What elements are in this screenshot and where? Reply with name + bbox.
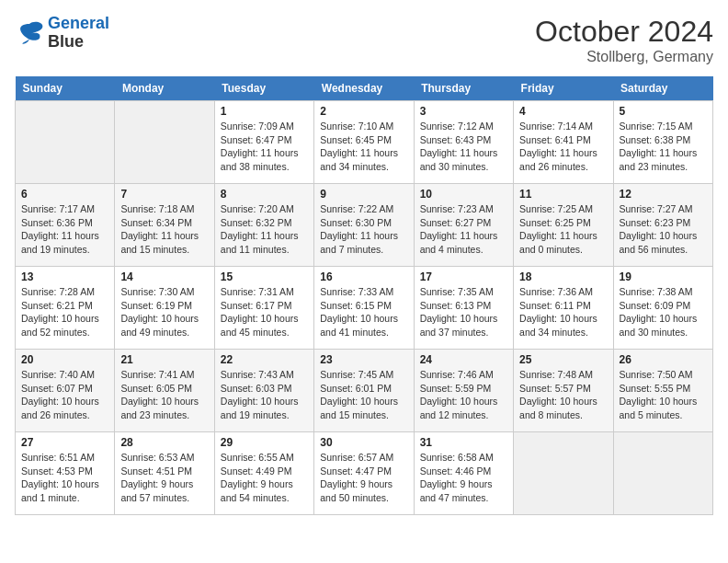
calendar-cell: 19Sunrise: 7:38 AM Sunset: 6:09 PM Dayli… [613,267,712,350]
calendar-cell: 27Sunrise: 6:51 AM Sunset: 4:53 PM Dayli… [16,432,115,515]
calendar-cell: 22Sunrise: 7:43 AM Sunset: 6:03 PM Dayli… [214,350,313,432]
calendar-cell: 11Sunrise: 7:25 AM Sunset: 6:25 PM Dayli… [514,184,613,267]
day-number: 29 [221,436,308,449]
day-number: 14 [120,270,208,283]
day-number: 25 [519,353,607,366]
day-info: Sunrise: 6:51 AM Sunset: 4:53 PM Dayligh… [21,451,108,505]
day-number: 8 [221,188,308,201]
day-info: Sunrise: 7:40 AM Sunset: 6:07 PM Dayligh… [21,368,108,422]
calendar-header-row: SundayMondayTuesdayWednesdayThursdayFrid… [16,76,713,101]
day-number: 12 [620,188,707,201]
calendar-cell: 16Sunrise: 7:33 AM Sunset: 6:15 PM Dayli… [314,267,414,350]
day-info: Sunrise: 7:27 AM Sunset: 6:23 PM Dayligh… [620,202,707,257]
calendar-cell: 14Sunrise: 7:30 AM Sunset: 6:19 PM Dayli… [115,267,214,350]
day-number: 5 [620,105,707,118]
day-info: Sunrise: 7:15 AM Sunset: 6:38 PM Dayligh… [620,120,707,174]
page-header: General Blue October 2024 Stollberg, Ger… [15,15,713,65]
calendar-cell [16,101,115,184]
day-info: Sunrise: 7:41 AM Sunset: 6:05 PM Dayligh… [120,368,208,422]
day-info: Sunrise: 7:43 AM Sunset: 6:03 PM Dayligh… [221,368,308,422]
day-number: 9 [320,188,407,201]
location: Stollberg, Germany [535,49,713,65]
day-info: Sunrise: 7:28 AM Sunset: 6:21 PM Dayligh… [21,285,108,339]
calendar-cell: 10Sunrise: 7:23 AM Sunset: 6:27 PM Dayli… [414,184,513,267]
day-info: Sunrise: 7:12 AM Sunset: 6:43 PM Dayligh… [420,120,507,174]
day-info: Sunrise: 7:14 AM Sunset: 6:41 PM Dayligh… [519,120,607,174]
calendar-cell: 6Sunrise: 7:17 AM Sunset: 6:36 PM Daylig… [16,184,115,267]
day-number: 20 [21,353,108,366]
calendar-cell: 30Sunrise: 6:57 AM Sunset: 4:47 PM Dayli… [314,432,414,515]
day-header-sunday: Sunday [16,76,115,101]
calendar-cell: 23Sunrise: 7:45 AM Sunset: 6:01 PM Dayli… [314,350,414,432]
calendar-week-row: 13Sunrise: 7:28 AM Sunset: 6:21 PM Dayli… [16,267,713,350]
calendar-week-row: 1Sunrise: 7:09 AM Sunset: 6:47 PM Daylig… [16,101,713,184]
calendar-cell: 21Sunrise: 7:41 AM Sunset: 6:05 PM Dayli… [115,350,214,432]
day-info: Sunrise: 7:33 AM Sunset: 6:15 PM Dayligh… [320,285,407,339]
day-info: Sunrise: 7:31 AM Sunset: 6:17 PM Dayligh… [221,285,308,339]
day-info: Sunrise: 7:45 AM Sunset: 6:01 PM Dayligh… [320,368,407,422]
day-number: 30 [320,436,407,449]
day-number: 19 [620,270,707,283]
calendar-cell: 28Sunrise: 6:53 AM Sunset: 4:51 PM Dayli… [115,432,214,515]
calendar-cell: 2Sunrise: 7:10 AM Sunset: 6:45 PM Daylig… [314,101,414,184]
calendar-cell: 25Sunrise: 7:48 AM Sunset: 5:57 PM Dayli… [514,350,613,432]
day-number: 3 [420,105,507,118]
calendar-cell: 4Sunrise: 7:14 AM Sunset: 6:41 PM Daylig… [514,101,613,184]
day-info: Sunrise: 7:38 AM Sunset: 6:09 PM Dayligh… [620,285,707,339]
day-header-friday: Friday [514,76,613,101]
logo: General Blue [15,15,109,52]
calendar-cell: 9Sunrise: 7:22 AM Sunset: 6:30 PM Daylig… [314,184,414,267]
day-info: Sunrise: 7:09 AM Sunset: 6:47 PM Dayligh… [221,120,308,174]
day-number: 27 [21,436,108,449]
day-info: Sunrise: 6:53 AM Sunset: 4:51 PM Dayligh… [120,451,208,505]
day-number: 21 [120,353,208,366]
day-info: Sunrise: 7:46 AM Sunset: 5:59 PM Dayligh… [420,368,507,422]
day-info: Sunrise: 7:25 AM Sunset: 6:25 PM Dayligh… [519,202,607,257]
calendar-week-row: 6Sunrise: 7:17 AM Sunset: 6:36 PM Daylig… [16,184,713,267]
calendar-cell: 8Sunrise: 7:20 AM Sunset: 6:32 PM Daylig… [214,184,313,267]
title-block: October 2024 Stollberg, Germany [535,15,713,65]
day-number: 4 [519,105,607,118]
calendar-cell: 24Sunrise: 7:46 AM Sunset: 5:59 PM Dayli… [414,350,513,432]
day-info: Sunrise: 7:35 AM Sunset: 6:13 PM Dayligh… [420,285,507,339]
logo-icon [15,20,44,46]
calendar-cell [613,432,712,515]
day-number: 15 [221,270,308,283]
calendar-cell: 31Sunrise: 6:58 AM Sunset: 4:46 PM Dayli… [414,432,513,515]
calendar-cell: 15Sunrise: 7:31 AM Sunset: 6:17 PM Dayli… [214,267,313,350]
day-header-tuesday: Tuesday [214,76,313,101]
day-number: 22 [221,353,308,366]
day-number: 11 [519,188,607,201]
day-number: 31 [420,436,507,449]
day-number: 7 [120,188,208,201]
calendar-week-row: 20Sunrise: 7:40 AM Sunset: 6:07 PM Dayli… [16,350,713,432]
day-info: Sunrise: 7:50 AM Sunset: 5:55 PM Dayligh… [620,368,707,422]
calendar-cell: 1Sunrise: 7:09 AM Sunset: 6:47 PM Daylig… [214,101,313,184]
calendar-cell [115,101,214,184]
day-number: 23 [320,353,407,366]
calendar-cell: 3Sunrise: 7:12 AM Sunset: 6:43 PM Daylig… [414,101,513,184]
calendar-table: SundayMondayTuesdayWednesdayThursdayFrid… [15,76,713,515]
day-info: Sunrise: 7:17 AM Sunset: 6:36 PM Dayligh… [21,202,108,257]
day-number: 28 [120,436,208,449]
day-info: Sunrise: 6:55 AM Sunset: 4:49 PM Dayligh… [221,451,308,505]
month-title: October 2024 [535,15,713,49]
day-number: 24 [420,353,507,366]
calendar-week-row: 27Sunrise: 6:51 AM Sunset: 4:53 PM Dayli… [16,432,713,515]
day-number: 13 [21,270,108,283]
calendar-cell [514,432,613,515]
day-number: 16 [320,270,407,283]
logo-text: General Blue [48,15,109,52]
day-number: 2 [320,105,407,118]
day-number: 1 [221,105,308,118]
day-header-monday: Monday [115,76,214,101]
day-info: Sunrise: 7:30 AM Sunset: 6:19 PM Dayligh… [120,285,208,339]
day-number: 17 [420,270,507,283]
day-info: Sunrise: 7:10 AM Sunset: 6:45 PM Dayligh… [320,120,407,174]
calendar-cell: 7Sunrise: 7:18 AM Sunset: 6:34 PM Daylig… [115,184,214,267]
day-number: 10 [420,188,507,201]
calendar-cell: 18Sunrise: 7:36 AM Sunset: 6:11 PM Dayli… [514,267,613,350]
day-info: Sunrise: 7:36 AM Sunset: 6:11 PM Dayligh… [519,285,607,339]
day-header-thursday: Thursday [414,76,513,101]
calendar-cell: 13Sunrise: 7:28 AM Sunset: 6:21 PM Dayli… [16,267,115,350]
